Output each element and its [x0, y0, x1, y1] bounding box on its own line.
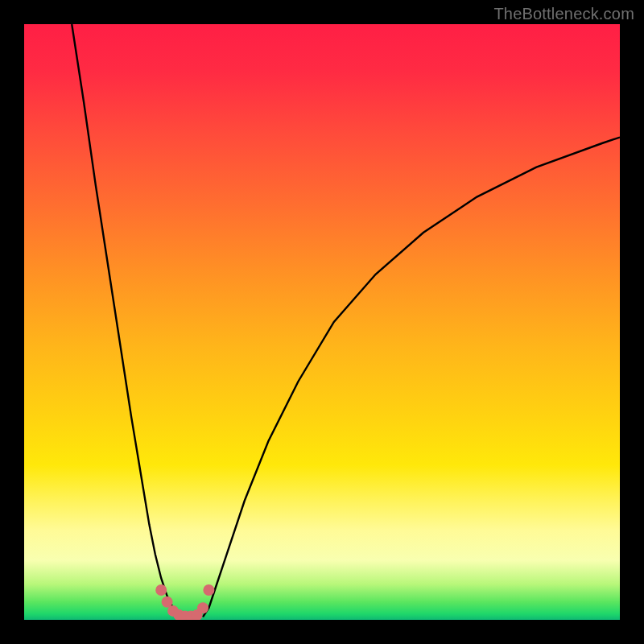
marker-dot	[155, 584, 167, 596]
watermark-text: TheBottleneck.com	[493, 5, 634, 23]
marker-dot	[203, 584, 214, 596]
chart-plot-area	[24, 24, 620, 620]
marker-dot	[197, 602, 208, 613]
bottom-marker-group	[155, 584, 214, 620]
chart-markers	[24, 24, 620, 620]
